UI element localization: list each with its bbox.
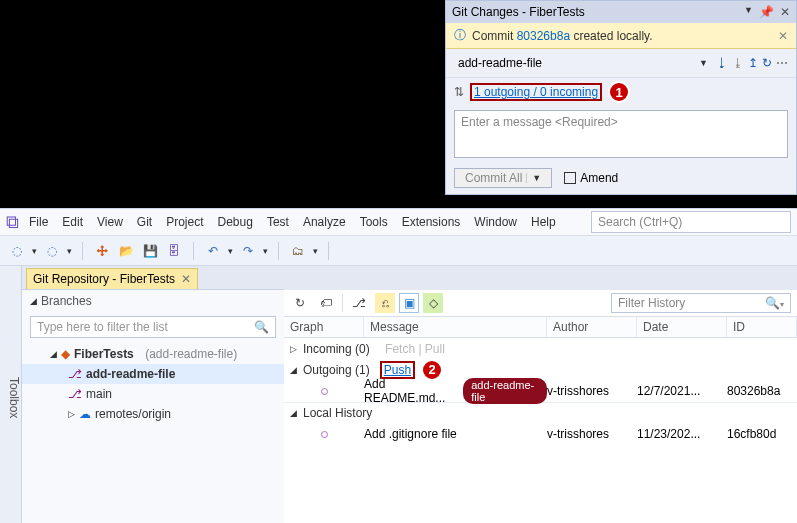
open-icon[interactable]: 📂	[117, 244, 135, 258]
col-author[interactable]: Author	[547, 317, 637, 337]
history-columns: Graph Message Author Date ID	[284, 317, 797, 338]
close-tab-icon[interactable]: ✕	[181, 272, 191, 286]
forward-icon[interactable]: ◌	[43, 244, 61, 258]
commit-author: v-trisshores	[547, 384, 637, 398]
back-drop-icon[interactable]: ▾	[32, 246, 37, 256]
redo-drop-icon[interactable]: ▾	[263, 246, 268, 256]
incoming-filter-icon[interactable]: ⎌	[375, 293, 395, 313]
collapse-icon: ◢	[290, 365, 297, 375]
vs-logo-icon: ⧉	[6, 213, 19, 231]
document-tabs: Git Repository - FiberTests ✕	[22, 266, 284, 290]
sync-arrows-icon: ⇅	[454, 85, 464, 99]
undo-drop-icon[interactable]: ▾	[228, 246, 233, 256]
graph-icon[interactable]: ⎇	[349, 293, 369, 313]
fetch-action[interactable]: Fetch	[385, 342, 415, 356]
col-graph[interactable]: Graph	[284, 317, 364, 337]
commit-all-button[interactable]: Commit All ▼	[454, 168, 552, 188]
filter-history-input[interactable]: Filter History 🔍▾	[611, 293, 791, 313]
pull-action[interactable]: Pull	[425, 342, 445, 356]
history-toolbar: ↻ 🏷 ⎇ ⎌ ▣ ◇ Filter History 🔍▾	[284, 290, 797, 317]
push-icon[interactable]: ↥	[748, 56, 758, 70]
incoming-section[interactable]: ▷ Incoming (0) Fetch | Pull	[284, 338, 797, 359]
search-icon: 🔍▾	[765, 296, 784, 310]
menu-view[interactable]: View	[97, 215, 123, 229]
pin-icon[interactable]: 📌	[759, 5, 774, 19]
local-filter-icon[interactable]: ◇	[423, 293, 443, 313]
history-body: ▷ Incoming (0) Fetch | Pull ◢ Outgoing (…	[284, 338, 797, 523]
commit-link[interactable]: 80326b8a	[517, 29, 570, 43]
repo-node[interactable]: ◢ ◆ FiberTests (add-readme-file)	[22, 344, 284, 364]
menu-window[interactable]: Window	[474, 215, 517, 229]
remotes-node[interactable]: ▷ ☁ remotes/origin	[22, 404, 284, 424]
menu-project[interactable]: Project	[166, 215, 203, 229]
collapse-icon: ◢	[290, 408, 297, 418]
col-date[interactable]: Date	[637, 317, 727, 337]
push-link[interactable]: Push	[380, 361, 415, 379]
branch-pill: add-readme-file	[463, 378, 547, 404]
local-history-section[interactable]: ◢ Local History	[284, 402, 797, 423]
dismiss-notice-icon[interactable]: ✕	[778, 29, 788, 43]
callout-marker-1: 1	[608, 81, 630, 103]
branch-icon: ⎇	[68, 387, 82, 401]
menu-test[interactable]: Test	[267, 215, 289, 229]
menu-tools[interactable]: Tools	[360, 215, 388, 229]
outgoing-commit-row[interactable]: Add README.md... add-readme-file v-triss…	[284, 380, 797, 402]
sync-icon[interactable]: ↻	[762, 56, 772, 70]
expand-icon: ▷	[290, 344, 297, 354]
undo-icon[interactable]: ↶	[204, 244, 222, 258]
branches-panel: ◢ Branches Type here to filter the list …	[22, 290, 284, 523]
branch-selector[interactable]: add-readme-file ▼	[454, 53, 712, 73]
fwd-drop-icon[interactable]: ▾	[67, 246, 72, 256]
history-panel: ↻ 🏷 ⎇ ⎌ ▣ ◇ Filter History 🔍▾ Graph Mess…	[284, 266, 797, 523]
top-black-region: Git Changes - FiberTests ▼ 📌 ✕ ⓘ Commit …	[0, 0, 797, 208]
views-icon[interactable]: 🗂	[289, 244, 307, 258]
views-drop-icon[interactable]: ▾	[313, 246, 318, 256]
menu-help[interactable]: Help	[531, 215, 556, 229]
filter-branch-icon[interactable]: 🏷	[316, 293, 336, 313]
more-icon[interactable]: ⋯	[776, 56, 788, 70]
branch-add-readme-file[interactable]: ⎇ add-readme-file	[22, 364, 284, 384]
search-input[interactable]: Search (Ctrl+Q)	[591, 211, 791, 233]
col-id[interactable]: ID	[727, 317, 797, 337]
window-position-icon[interactable]: ▼	[744, 5, 753, 19]
refresh-icon[interactable]: ↻	[290, 293, 310, 313]
commit-controls: Commit All ▼ Amend	[446, 162, 796, 194]
menu-file[interactable]: File	[29, 215, 48, 229]
git-changes-header: Git Changes - FiberTests ▼ 📌 ✕	[446, 1, 796, 23]
menu-edit[interactable]: Edit	[62, 215, 83, 229]
toolbox-strip[interactable]: Toolbox	[0, 266, 22, 523]
commit-dot-icon	[321, 388, 328, 395]
save-all-icon[interactable]: 🗄	[165, 244, 183, 258]
redo-icon[interactable]: ↷	[239, 244, 257, 258]
menu-bar: ⧉ File Edit View Git Project Debug Test …	[0, 208, 797, 236]
pull-icon[interactable]: ⭳	[732, 56, 744, 70]
commit-message-input[interactable]: Enter a message <Required>	[454, 110, 788, 158]
branch-main[interactable]: ⎇ main	[22, 384, 284, 404]
outgoing-filter-icon[interactable]: ▣	[399, 293, 419, 313]
fetch-icon[interactable]: ⭣	[716, 56, 728, 70]
branches-header: ◢ Branches	[22, 290, 284, 312]
local-commit-row[interactable]: Add .gitignore file v-trisshores 11/23/2…	[284, 423, 797, 445]
collapse-icon[interactable]: ◢	[30, 296, 37, 306]
commit-id: 16cfb80d	[727, 427, 797, 441]
branch-filter-input[interactable]: Type here to filter the list 🔍	[30, 316, 276, 338]
commit-date: 11/23/202...	[637, 427, 727, 441]
col-message[interactable]: Message	[364, 317, 547, 337]
expand-icon: ▷	[68, 409, 75, 419]
tab-git-repository[interactable]: Git Repository - FiberTests ✕	[26, 268, 198, 289]
save-icon[interactable]: 💾	[141, 244, 159, 258]
commit-date: 12/7/2021...	[637, 384, 727, 398]
close-panel-icon[interactable]: ✕	[780, 5, 790, 19]
new-project-icon[interactable]: 🕂	[93, 244, 111, 258]
amend-checkbox[interactable]: Amend	[564, 171, 618, 185]
info-icon: ⓘ	[454, 27, 466, 44]
menu-debug[interactable]: Debug	[218, 215, 253, 229]
menu-git[interactable]: Git	[137, 215, 152, 229]
main-toolbar: ◌ ▾ ◌ ▾ 🕂 📂 💾 🗄 ↶ ▾ ↷ ▾ 🗂 ▾	[0, 236, 797, 266]
menu-analyze[interactable]: Analyze	[303, 215, 346, 229]
outgoing-incoming-link[interactable]: 1 outgoing / 0 incoming	[470, 83, 602, 101]
branch-icon: ⎇	[68, 367, 82, 381]
back-icon[interactable]: ◌	[8, 244, 26, 258]
menu-extensions[interactable]: Extensions	[402, 215, 461, 229]
checkbox-icon	[564, 172, 576, 184]
